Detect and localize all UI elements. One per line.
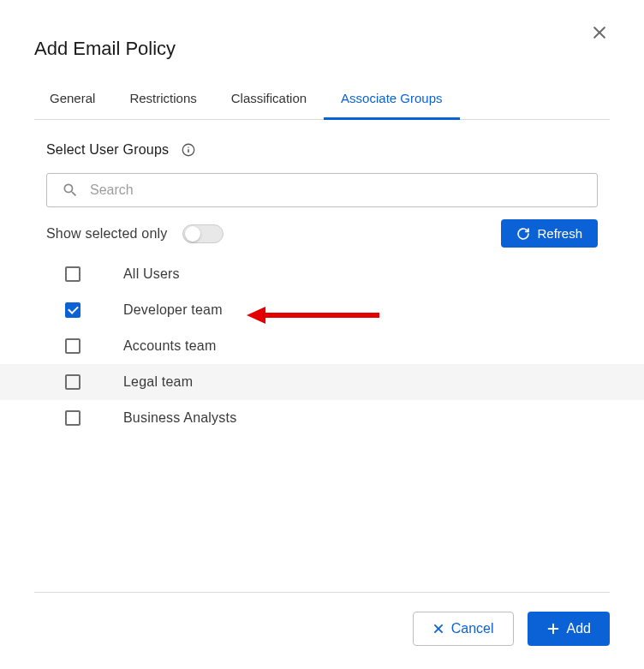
tabs: General Restrictions Classification Asso… xyxy=(34,81,610,120)
group-label: Business Analysts xyxy=(123,410,236,426)
plus-icon xyxy=(546,622,560,636)
group-item-accounts-team[interactable]: Accounts team xyxy=(62,328,644,364)
checkbox-business-analysts[interactable] xyxy=(65,410,80,426)
add-button[interactable]: Add xyxy=(528,612,610,646)
search-input[interactable] xyxy=(46,173,598,207)
cancel-icon xyxy=(432,623,444,635)
search-box xyxy=(46,173,598,207)
refresh-icon xyxy=(516,227,530,241)
group-label: All Users xyxy=(123,266,180,282)
group-label: Legal team xyxy=(123,374,193,390)
tab-classification[interactable]: Classification xyxy=(214,81,324,120)
tab-restrictions[interactable]: Restrictions xyxy=(112,81,213,120)
group-label: Developer team xyxy=(123,302,223,318)
group-item-developer-team[interactable]: Developer team xyxy=(62,292,644,328)
close-icon xyxy=(591,24,608,41)
checkbox-all-users[interactable] xyxy=(65,266,80,282)
group-list: All Users Developer team Accounts team L… xyxy=(62,256,644,436)
tab-general[interactable]: General xyxy=(34,81,112,120)
group-item-all-users[interactable]: All Users xyxy=(62,256,644,292)
add-label: Add xyxy=(567,621,591,636)
refresh-label: Refresh xyxy=(537,226,582,241)
footer: Cancel Add xyxy=(34,592,610,665)
group-label: Accounts team xyxy=(123,338,216,354)
section-label: Select User Groups xyxy=(46,142,169,158)
info-icon[interactable] xyxy=(181,142,196,158)
tab-associate-groups[interactable]: Associate Groups xyxy=(324,81,459,120)
checkbox-accounts-team[interactable] xyxy=(65,338,80,354)
show-selected-toggle[interactable] xyxy=(182,224,224,243)
show-selected-label: Show selected only xyxy=(46,226,167,242)
refresh-button[interactable]: Refresh xyxy=(501,219,598,248)
svg-point-4 xyxy=(188,146,189,148)
modal-title: Add Email Policy xyxy=(0,0,644,81)
cancel-label: Cancel xyxy=(451,621,494,636)
search-icon xyxy=(62,182,79,199)
cancel-button[interactable]: Cancel xyxy=(413,612,514,646)
checkbox-developer-team[interactable] xyxy=(65,302,80,318)
checkbox-legal-team[interactable] xyxy=(65,374,80,390)
toggle-knob xyxy=(185,226,200,242)
close-button[interactable] xyxy=(591,24,608,41)
group-item-legal-team[interactable]: Legal team xyxy=(0,364,644,400)
group-item-business-analysts[interactable]: Business Analysts xyxy=(62,400,644,436)
